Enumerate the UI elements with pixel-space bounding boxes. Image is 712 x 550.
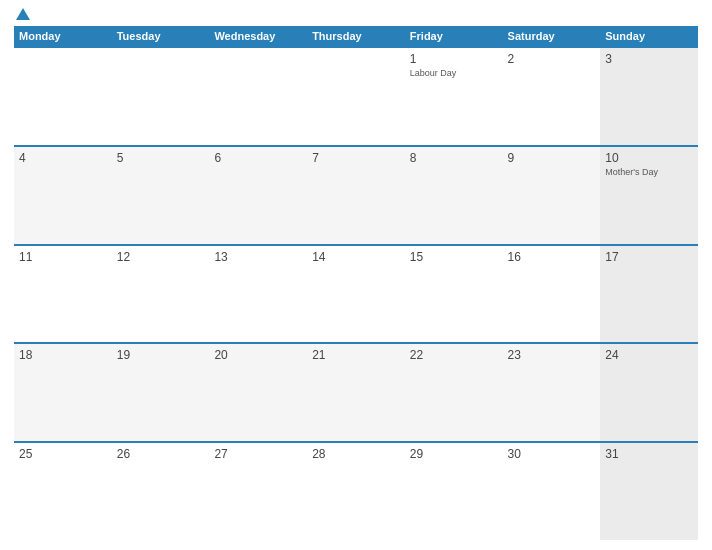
calendar-cell: 21	[307, 344, 405, 441]
day-number: 14	[312, 250, 400, 264]
day-number: 8	[410, 151, 498, 165]
calendar-cell: 11	[14, 246, 112, 343]
calendar-cell: 17	[600, 246, 698, 343]
calendar-cell: 28	[307, 443, 405, 540]
day-number: 31	[605, 447, 693, 461]
holiday-name: Mother's Day	[605, 167, 693, 177]
day-number: 5	[117, 151, 205, 165]
calendar-cell: 3	[600, 48, 698, 145]
calendar-cell: 18	[14, 344, 112, 441]
calendar-cell: 27	[209, 443, 307, 540]
calendar-header-day-saturday: Saturday	[503, 26, 601, 46]
day-number: 26	[117, 447, 205, 461]
day-number: 11	[19, 250, 107, 264]
calendar-header-day-friday: Friday	[405, 26, 503, 46]
day-number: 19	[117, 348, 205, 362]
calendar-header-day-tuesday: Tuesday	[112, 26, 210, 46]
calendar-cell: 20	[209, 344, 307, 441]
calendar-header-day-sunday: Sunday	[600, 26, 698, 46]
day-number: 29	[410, 447, 498, 461]
holiday-name: Labour Day	[410, 68, 498, 78]
calendar-cell: 23	[503, 344, 601, 441]
calendar: MondayTuesdayWednesdayThursdayFridaySatu…	[14, 26, 698, 540]
day-number: 12	[117, 250, 205, 264]
calendar-cell: 19	[112, 344, 210, 441]
logo	[14, 10, 30, 20]
calendar-cell: 29	[405, 443, 503, 540]
day-number: 3	[605, 52, 693, 66]
day-number: 1	[410, 52, 498, 66]
calendar-week-3: 11121314151617	[14, 244, 698, 343]
day-number: 7	[312, 151, 400, 165]
day-number: 4	[19, 151, 107, 165]
calendar-cell: 5	[112, 147, 210, 244]
calendar-header-day-monday: Monday	[14, 26, 112, 46]
calendar-cell: 22	[405, 344, 503, 441]
calendar-cell: 10Mother's Day	[600, 147, 698, 244]
day-number: 28	[312, 447, 400, 461]
day-number: 17	[605, 250, 693, 264]
calendar-cell	[307, 48, 405, 145]
day-number: 13	[214, 250, 302, 264]
calendar-header-day-thursday: Thursday	[307, 26, 405, 46]
calendar-week-4: 18192021222324	[14, 342, 698, 441]
day-number: 24	[605, 348, 693, 362]
calendar-cell: 31	[600, 443, 698, 540]
day-number: 9	[508, 151, 596, 165]
calendar-cell: 6	[209, 147, 307, 244]
calendar-cell	[209, 48, 307, 145]
day-number: 23	[508, 348, 596, 362]
calendar-cell: 14	[307, 246, 405, 343]
calendar-cell: 1Labour Day	[405, 48, 503, 145]
calendar-cell: 25	[14, 443, 112, 540]
calendar-cell: 26	[112, 443, 210, 540]
calendar-cell: 30	[503, 443, 601, 540]
day-number: 10	[605, 151, 693, 165]
calendar-week-2: 45678910Mother's Day	[14, 145, 698, 244]
calendar-body: 1Labour Day2345678910Mother's Day1112131…	[14, 46, 698, 540]
calendar-week-1: 1Labour Day23	[14, 46, 698, 145]
calendar-cell: 8	[405, 147, 503, 244]
day-number: 20	[214, 348, 302, 362]
day-number: 6	[214, 151, 302, 165]
day-number: 22	[410, 348, 498, 362]
calendar-header: MondayTuesdayWednesdayThursdayFridaySatu…	[14, 26, 698, 46]
calendar-cell: 16	[503, 246, 601, 343]
day-number: 25	[19, 447, 107, 461]
logo-triangle-icon	[16, 8, 30, 20]
calendar-cell: 13	[209, 246, 307, 343]
day-number: 18	[19, 348, 107, 362]
calendar-cell: 7	[307, 147, 405, 244]
calendar-cell: 4	[14, 147, 112, 244]
calendar-cell: 24	[600, 344, 698, 441]
calendar-cell	[112, 48, 210, 145]
calendar-cell: 9	[503, 147, 601, 244]
day-number: 30	[508, 447, 596, 461]
calendar-cell	[14, 48, 112, 145]
day-number: 16	[508, 250, 596, 264]
page-header	[14, 10, 698, 20]
calendar-cell: 2	[503, 48, 601, 145]
calendar-cell: 15	[405, 246, 503, 343]
day-number: 27	[214, 447, 302, 461]
calendar-header-day-wednesday: Wednesday	[209, 26, 307, 46]
day-number: 2	[508, 52, 596, 66]
day-number: 15	[410, 250, 498, 264]
calendar-week-5: 25262728293031	[14, 441, 698, 540]
calendar-cell: 12	[112, 246, 210, 343]
day-number: 21	[312, 348, 400, 362]
calendar-page: MondayTuesdayWednesdayThursdayFridaySatu…	[0, 0, 712, 550]
